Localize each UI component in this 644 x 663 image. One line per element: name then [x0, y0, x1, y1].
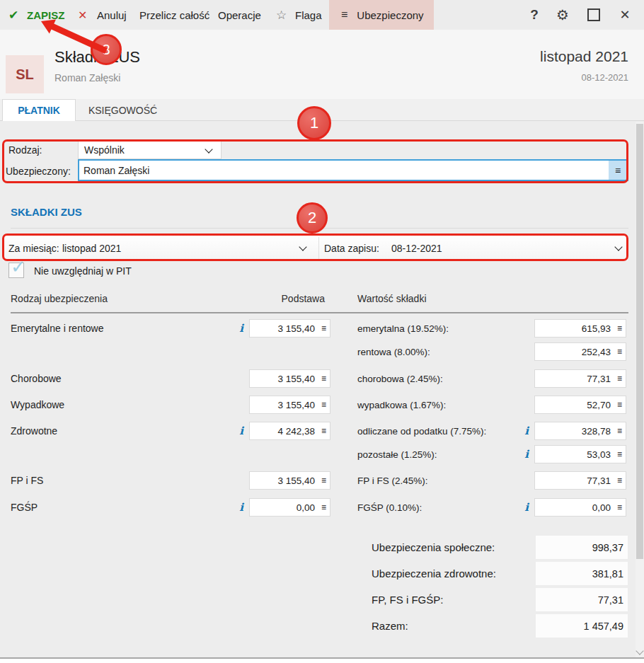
- table-row: rentowa (8.00%): 252,43≡: [11, 342, 644, 361]
- za-miesiac-select[interactable]: listopad 2021: [62, 243, 121, 254]
- base-input[interactable]: 3 155,40≡: [249, 369, 330, 388]
- value-label: chorobowa (2.45%):: [357, 374, 519, 384]
- value-input[interactable]: 0,00≡: [534, 498, 626, 517]
- info-icon[interactable]: i: [239, 501, 243, 514]
- summary-value: 381,81: [536, 562, 628, 585]
- ubezpieczony-picker-button[interactable]: ≡: [609, 161, 627, 180]
- tab-ksiegowosc[interactable]: KSIĘGOWOŚĆ: [76, 99, 170, 121]
- period-label: listopad 2021: [540, 48, 628, 65]
- recalculate-button[interactable]: Przelicz całość: [139, 0, 209, 30]
- window-bottom-margin: [0, 659, 644, 663]
- summary-label: FP, FS i FGŚP:: [372, 594, 536, 606]
- menu-icon[interactable]: ≡: [617, 347, 622, 357]
- base-input[interactable]: 4 242,38≡: [249, 422, 330, 440]
- flag-star-icon: ☆: [276, 0, 287, 30]
- section-divider: [11, 228, 628, 229]
- row-label: Zdrowotne: [11, 425, 234, 437]
- ubezpieczony-label: Ubezpieczony:: [6, 166, 71, 177]
- maximize-icon: [587, 8, 600, 21]
- record-date: 08-12-2021: [582, 72, 629, 83]
- info-icon[interactable]: i: [239, 322, 243, 335]
- info-icon[interactable]: i: [524, 425, 529, 437]
- value-input[interactable]: 615,93≡: [534, 319, 626, 338]
- value-label: emerytalna (19.52%):: [357, 323, 519, 334]
- row-label: Wypadkowe: [11, 399, 234, 410]
- base-input[interactable]: 3 155,40≡: [249, 396, 330, 414]
- info-icon[interactable]: i: [524, 448, 529, 461]
- table-row: FGŚP i 0,00≡ FGŚP (0.10%): i 0,00≡: [11, 498, 644, 517]
- value-label: FGŚP (0.10%):: [357, 502, 519, 513]
- ubezpieczony-input[interactable]: Roman Załęski ≡: [78, 159, 628, 181]
- page-title: Składki ZUS: [54, 48, 140, 67]
- pit-checkbox[interactable]: ✓: [8, 263, 24, 278]
- cancel-x-icon: ✕: [78, 0, 87, 30]
- close-button[interactable]: ✕: [617, 0, 633, 30]
- flag-button[interactable]: Flaga: [295, 0, 322, 30]
- chevron-down-icon[interactable]: [299, 243, 306, 250]
- vertical-scrollbar[interactable]: [636, 122, 644, 658]
- data-zapisu-select[interactable]: 08-12-2021: [391, 243, 442, 254]
- chevron-down-icon[interactable]: [614, 243, 622, 250]
- value-input[interactable]: 53,03≡: [534, 445, 626, 463]
- base-value: 3 155,40: [277, 323, 315, 334]
- base-input[interactable]: 3 155,40≡: [249, 319, 330, 338]
- value-input[interactable]: 52,70≡: [534, 396, 626, 414]
- table-header-row: Rodzaj ubezpieczenia Podstawa Wartość sk…: [11, 293, 644, 304]
- help-button[interactable]: ?: [527, 0, 542, 30]
- rodzaj-select[interactable]: Wspólnik: [78, 141, 222, 159]
- cancel-button[interactable]: Anuluj: [97, 0, 127, 30]
- data-zapisu-label: Data zapisu:: [324, 243, 379, 254]
- table-row: pozostałe (1.25%): i 53,03≡: [11, 445, 644, 463]
- summary-value: 77,31: [536, 588, 628, 611]
- value-input[interactable]: 252,43≡: [534, 342, 626, 361]
- contribution-value: 615,93: [582, 323, 611, 334]
- menu-icon[interactable]: ≡: [321, 502, 326, 512]
- scrollbar-down-button[interactable]: [636, 650, 643, 654]
- save-check-icon: ✔: [8, 0, 18, 30]
- insured-menu-button[interactable]: ≡ Ubezpieczony: [329, 0, 434, 30]
- contribution-value: 328,78: [582, 426, 611, 437]
- save-button[interactable]: ZAPISZ: [27, 0, 64, 30]
- base-value: 3 155,40: [277, 374, 315, 384]
- rodzaj-selected-value: Wspólnik: [84, 144, 125, 156]
- base-value: 0,00: [297, 502, 315, 513]
- table-row: Zdrowotne i 4 242,38≡ odliczane od podat…: [11, 422, 644, 440]
- value-input[interactable]: 77,31≡: [534, 369, 626, 388]
- hamburger-icon: ≡: [615, 165, 621, 176]
- tab-platnik[interactable]: PŁATNIK: [2, 99, 76, 121]
- base-input[interactable]: 3 155,40≡: [249, 471, 330, 490]
- scrollbar-thumb[interactable]: [636, 124, 643, 559]
- maximize-button[interactable]: [586, 0, 602, 30]
- menu-icon[interactable]: ≡: [617, 426, 622, 436]
- contribution-value: 77,31: [587, 374, 611, 384]
- value-label: pozostałe (1.25%):: [357, 449, 519, 460]
- value-input[interactable]: 77,31≡: [534, 471, 626, 490]
- menu-icon[interactable]: ≡: [321, 426, 326, 436]
- settings-gear-icon[interactable]: ⚙: [555, 0, 570, 30]
- column-header-value: Wartość składki: [357, 293, 519, 304]
- toolbar: ✔ ZAPISZ ✕ Anuluj Przelicz całość Operac…: [0, 0, 644, 30]
- operations-button[interactable]: Operacje: [218, 0, 261, 30]
- menu-icon[interactable]: ≡: [321, 374, 326, 384]
- record-header: SL Składki ZUS Roman Załęski listopad 20…: [0, 30, 644, 99]
- menu-icon[interactable]: ≡: [617, 323, 622, 333]
- base-input[interactable]: 0,00≡: [249, 498, 330, 517]
- za-miesiac-label: Za miesiąc:: [8, 243, 59, 254]
- menu-icon[interactable]: ≡: [617, 475, 622, 485]
- menu-icon[interactable]: ≡: [321, 475, 326, 485]
- section-title: SKŁADKI ZUS: [11, 206, 82, 218]
- summary-row: FP, FS i FGŚP: 77,31: [372, 588, 628, 611]
- value-input[interactable]: 328,78≡: [534, 422, 626, 440]
- chevron-down-icon: [205, 145, 212, 153]
- menu-icon[interactable]: ≡: [321, 323, 326, 333]
- summary-value: 998,37: [536, 536, 628, 559]
- info-icon[interactable]: i: [239, 425, 243, 437]
- menu-icon[interactable]: ≡: [617, 449, 622, 459]
- avatar: SL: [6, 55, 44, 93]
- info-icon[interactable]: i: [524, 501, 529, 514]
- menu-icon[interactable]: ≡: [321, 400, 326, 410]
- menu-icon[interactable]: ≡: [617, 502, 622, 512]
- column-header-type: Rodzaj ubezpieczenia: [11, 293, 234, 304]
- menu-icon[interactable]: ≡: [617, 374, 622, 384]
- menu-icon[interactable]: ≡: [617, 400, 622, 410]
